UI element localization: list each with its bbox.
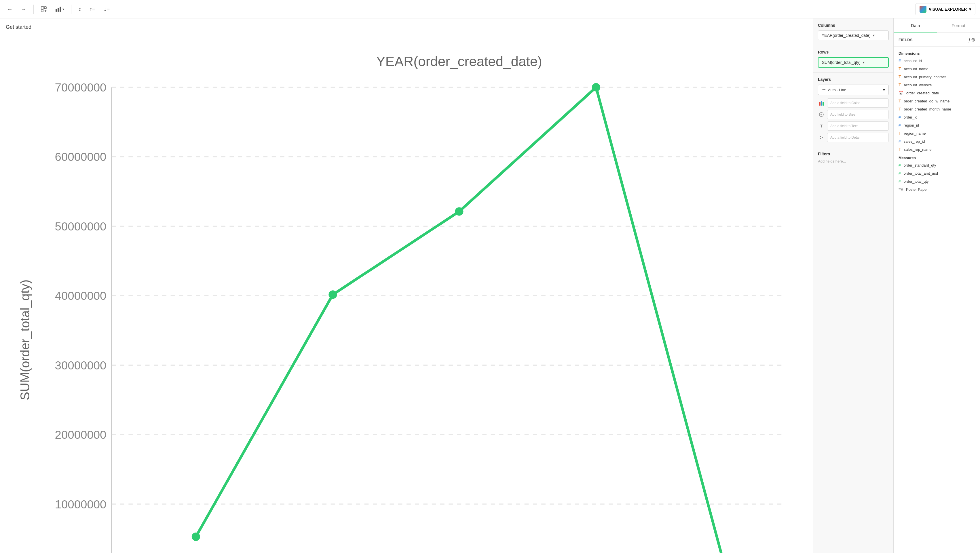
field-type-icon-number: # (899, 139, 901, 143)
chart-type-icon (55, 6, 61, 13)
layers-label: Layers (818, 77, 889, 82)
field-name: order_created_date (906, 91, 939, 95)
filters-placeholder[interactable]: Add fields here... (818, 159, 889, 164)
field-order-total-qty[interactable]: # order_total_qty (894, 177, 980, 185)
chart-point-2016 (592, 83, 600, 92)
field-order-standard-qty[interactable]: # order_standard_qty (894, 161, 980, 169)
toolbar-right: VISUAL EXPLORER ▾ (915, 3, 975, 15)
field-type-icon-date: 📅 (899, 91, 904, 95)
svg-text:60000000: 60000000 (55, 151, 107, 164)
color-field-row: Add a field to Color (818, 99, 889, 108)
field-type-icon-text: T (899, 75, 901, 79)
fields-header: FIELDS ƒ⊕ (894, 33, 980, 47)
field-type-icon-measure: # (899, 179, 901, 184)
field-order-total-amt[interactable]: # order_total_amt_usd (894, 169, 980, 177)
color-field-placeholder[interactable]: Add a field to Color (827, 99, 889, 108)
field-order-created-month[interactable]: T order_created_month_name (894, 105, 980, 113)
rows-field-pill[interactable]: SUM(order_total_qty) ▾ (818, 57, 889, 68)
field-type-icon-text: T (899, 83, 901, 87)
field-order-created-date[interactable]: 📅 order_created_date (894, 89, 980, 97)
middle-panel: Columns YEAR(order_created_date) ▾ Rows … (813, 18, 894, 553)
fields-list: Dimensions # account_id T account_name T… (894, 47, 980, 553)
field-type-icon-text: T (899, 67, 901, 71)
chart-area: Get started SUM(order_total_qty) YEAR(or… (0, 18, 813, 553)
field-account-name[interactable]: T account_name (894, 65, 980, 73)
right-panel-tabs: Data Format (894, 18, 980, 33)
rows-label: Rows (818, 50, 889, 54)
field-type-icon-measure: # (899, 163, 901, 167)
columns-section: Columns YEAR(order_created_date) ▾ (813, 18, 893, 45)
svg-point-34 (821, 114, 822, 115)
svg-text:40000000: 40000000 (55, 289, 107, 302)
field-region-name[interactable]: T region_name (894, 129, 980, 137)
svg-rect-32 (822, 102, 824, 106)
dimensions-label: Dimensions (894, 49, 980, 57)
field-poster-paper[interactable]: =# Poster Paper (894, 185, 980, 193)
sort-desc-button[interactable]: ↓≡ (101, 4, 112, 14)
svg-point-37 (820, 138, 821, 139)
field-name: account_id (904, 59, 922, 63)
svg-text:20000000: 20000000 (55, 428, 107, 441)
rows-field-text: SUM(order_total_qty) (822, 60, 861, 65)
svg-rect-30 (819, 102, 821, 106)
svg-rect-2 (41, 10, 43, 12)
visual-explorer-button[interactable]: VISUAL EXPLORER ▾ (915, 3, 975, 15)
toolbar-divider-2 (71, 5, 72, 14)
field-name: order_created_month_name (904, 107, 951, 111)
columns-field-chevron: ▾ (873, 33, 875, 37)
field-account-website[interactable]: T account_website (894, 81, 980, 89)
columns-label: Columns (818, 23, 889, 28)
field-name: account_primary_contact (904, 75, 946, 79)
field-account-primary-contact[interactable]: T account_primary_contact (894, 73, 980, 81)
svg-rect-31 (821, 101, 822, 106)
chart-point-2015 (455, 207, 463, 216)
size-field-row: Add field to Size (818, 110, 889, 119)
color-icon (818, 100, 825, 106)
field-type-icon-number: # (899, 59, 901, 63)
size-field-placeholder[interactable]: Add field to Size (827, 110, 889, 119)
line-chart-svg: SUM(order_total_qty) YEAR(order_created_… (6, 34, 807, 553)
layer-type-chevron: ▾ (883, 87, 885, 92)
filters-section: Filters Add fields here... (813, 147, 893, 168)
field-region-id[interactable]: # region_id (894, 121, 980, 129)
field-type-icon-measure-mixed: =# (899, 187, 903, 192)
text-icon: T (818, 122, 825, 129)
field-name: order_id (904, 115, 918, 119)
field-sales-rep-id[interactable]: # sales_rep_id (894, 137, 980, 145)
text-field-placeholder[interactable]: Add a field to Text (827, 121, 889, 130)
svg-rect-7 (60, 6, 61, 12)
visual-explorer-label: VISUAL EXPLORER (929, 7, 967, 11)
layer-type-text: Auto - Line (828, 88, 883, 92)
columns-field-pill[interactable]: YEAR(order_created_date) ▾ (818, 30, 889, 40)
field-type-icon-text: T (899, 99, 901, 103)
svg-point-35 (820, 136, 821, 137)
field-type-icon-text: T (899, 131, 901, 135)
tab-data[interactable]: Data (894, 18, 937, 33)
field-type-icon-text: T (899, 107, 901, 111)
detail-field-placeholder[interactable]: Add a field to Detail (827, 133, 889, 142)
chart-type-button[interactable]: ▾ (52, 4, 67, 14)
chart-container: SUM(order_total_qty) YEAR(order_created_… (6, 34, 807, 553)
layer-fields: Add a field to Color Add field to Size T… (818, 99, 889, 142)
layer-type-select[interactable]: 〜 Auto - Line ▾ (818, 84, 889, 95)
chart-point-2014 (328, 290, 337, 299)
field-sales-rep-name[interactable]: T sales_rep_name (894, 145, 980, 153)
field-name: order_created_do_w_name (904, 99, 950, 103)
x-axis-label: YEAR(order_created_date) (376, 54, 542, 69)
tab-format[interactable]: Format (937, 18, 980, 33)
field-account-id[interactable]: # account_id (894, 57, 980, 65)
y-axis-label: SUM(order_total_qty) (18, 280, 32, 400)
sort-both-button[interactable]: ↕ (76, 4, 83, 14)
rows-field-chevron: ▾ (863, 60, 865, 64)
chart-point-2013 (192, 532, 200, 541)
back-button[interactable]: ← (5, 4, 15, 14)
sort-asc-button[interactable]: ↑≡ (87, 4, 98, 14)
forward-button[interactable]: → (18, 4, 29, 14)
add-field-button[interactable]: ƒ⊕ (968, 37, 975, 43)
detail-icon (818, 134, 825, 141)
field-order-created-dow[interactable]: T order_created_do_w_name (894, 97, 980, 105)
field-order-id[interactable]: # order_id (894, 113, 980, 121)
field-name: region_id (904, 123, 919, 127)
toolbar-divider-1 (33, 5, 34, 14)
add-view-button[interactable] (38, 4, 49, 14)
